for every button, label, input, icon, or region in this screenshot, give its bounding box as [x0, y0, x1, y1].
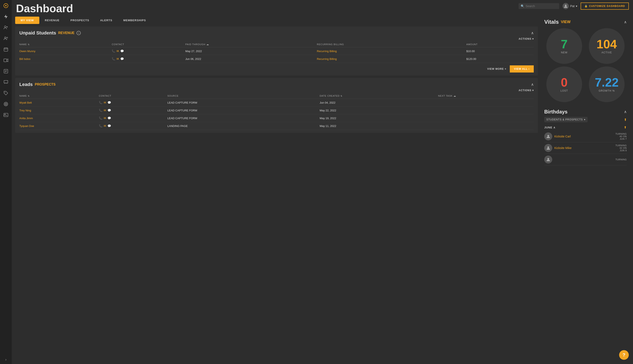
table-footer: VIEW MORE + VIEW ALL ›	[19, 65, 534, 72]
collapse-birthdays-icon[interactable]: ∧	[624, 110, 627, 114]
month-export-icon[interactable]: ⬆	[624, 126, 627, 129]
lead-name-link[interactable]: Tyquan Doe	[19, 124, 34, 128]
help-button[interactable]: ?	[619, 350, 629, 360]
birthdays-title: Birthdays	[544, 109, 567, 115]
tab-revenue[interactable]: REVENUE	[39, 16, 65, 24]
avatar	[544, 132, 552, 140]
view-all-button[interactable]: VIEW ALL ›	[510, 65, 534, 72]
vital-circle-new: 7 NEW	[546, 28, 582, 64]
table-row: Tyquan Doe 📞✉💬 LANDING PAGE May 11, 2022	[19, 122, 534, 130]
vital-lost-label: LOST	[560, 89, 568, 92]
lead-name-link[interactable]: Anita Jimm	[19, 117, 33, 120]
col-name: NAME ⇅	[19, 42, 112, 47]
search-box[interactable]: 🔍	[519, 3, 559, 9]
leads-card: Leads PROSPECTS ∧ ACTIONS ▾ NAME ⇅	[15, 78, 538, 133]
tag-icon[interactable]	[3, 90, 9, 96]
col-paid-through: PAID THROUGH ☁	[185, 42, 317, 47]
unpaid-students-title: Unpaid Students REVENUE i	[19, 30, 81, 36]
sms-icon[interactable]: 💬	[120, 57, 124, 60]
unpaid-students-table: NAME ⇅ CONTACT PAID THROUGH ☁ RECURRING …	[19, 42, 534, 63]
student-name-link[interactable]: Bill Isdoo	[19, 57, 31, 60]
lead-name-link[interactable]: Trey Ning	[19, 109, 31, 112]
checklist-icon[interactable]	[3, 68, 9, 74]
birthday-row: TURNING	[544, 154, 627, 166]
users-icon[interactable]	[3, 35, 9, 42]
calendar-icon[interactable]	[3, 46, 9, 52]
vital-growth-label: GROWTH %	[599, 89, 615, 92]
collapse-vitals-icon[interactable]: ∧	[624, 20, 627, 24]
email-icon[interactable]: ✉	[104, 116, 106, 120]
email-icon[interactable]: ✉	[117, 57, 119, 60]
info-icon[interactable]: i	[77, 31, 81, 35]
tab-memberships[interactable]: MEMBERSHIPS	[118, 16, 151, 24]
tab-alerts[interactable]: ALERTS	[95, 16, 118, 24]
student-name-link[interactable]: Owen Munny	[19, 50, 36, 53]
sms-icon[interactable]: 💬	[120, 50, 124, 53]
sms-icon[interactable]: 💬	[108, 109, 111, 112]
contact-icons: 📞✉💬	[99, 124, 166, 128]
vital-growth-value: 7.22	[595, 76, 619, 88]
source: LEAD CAPTURE FORM	[167, 99, 320, 106]
vitals-grid: 7 NEW 104 ACTIVE 0 LOST	[544, 28, 627, 102]
source: LEAD CAPTURE FORM	[167, 114, 320, 122]
user-dropdown-icon: ▾	[576, 4, 577, 8]
leads-header: Leads PROSPECTS ∧	[19, 82, 534, 87]
bolt-icon[interactable]	[3, 14, 9, 20]
leads-title: Leads PROSPECTS	[19, 82, 56, 87]
search-input[interactable]	[525, 4, 557, 8]
view-more-button[interactable]: VIEW MORE +	[487, 68, 506, 70]
email-icon[interactable]: ✉	[104, 109, 106, 112]
svg-point-25	[547, 146, 549, 148]
user-badge[interactable]: Pat ▾	[562, 3, 577, 9]
collapse-leads-icon[interactable]: ∧	[531, 82, 534, 87]
sidebar-expand-btn[interactable]: ›	[5, 358, 6, 362]
unpaid-actions-button[interactable]: ACTIONS ▾	[519, 38, 534, 40]
email-icon[interactable]: ✉	[117, 50, 119, 53]
phone-icon[interactable]: 📞	[112, 57, 115, 60]
birthday-info: TURNING40 ONJUN 7	[615, 132, 627, 140]
leads-table: NAME ⇅ CONTACT SOURCE DATE CREATED ⇅ NEX…	[19, 93, 534, 130]
message-icon[interactable]	[3, 79, 9, 85]
phone-icon[interactable]: 📞	[99, 101, 103, 104]
dashboard-icon[interactable]	[3, 2, 9, 9]
add-user-icon[interactable]	[3, 24, 9, 31]
export-icon[interactable]: ⬆	[624, 118, 627, 122]
avatar	[562, 3, 569, 9]
actions-chevron-icon: ▾	[532, 38, 534, 40]
collapse-unpaid-icon[interactable]: ∧	[531, 31, 534, 35]
video-icon[interactable]	[3, 57, 9, 64]
customize-dashboard-button[interactable]: 🔒 CUSTOMIZE DASHBOARD	[581, 2, 629, 10]
svg-marker-2	[4, 14, 8, 19]
vitals-view-link[interactable]: VIEW	[561, 20, 570, 24]
col-amount: AMOUNT	[466, 42, 534, 47]
body-layout: MY VIEW REVENUE PROSPECTS ALERTS MEMBERS…	[12, 14, 633, 364]
amount: $10.00	[466, 47, 534, 55]
vitals-card: Vitals VIEW ∧ 7 NEW 104	[541, 16, 630, 104]
birthday-person-link[interactable]: Kicksite Carl	[554, 135, 613, 138]
media-icon[interactable]	[3, 112, 9, 118]
billing-link[interactable]: Recurring Billing	[317, 57, 337, 60]
phone-icon[interactable]: 📞	[99, 124, 103, 128]
table-row: Anita Jimm 📞✉💬 LEAD CAPTURE FORM May 19,…	[19, 114, 534, 122]
birthday-person-link[interactable]: Kicksite Mike	[554, 146, 613, 150]
phone-icon[interactable]: 📞	[99, 116, 103, 120]
tab-my-view[interactable]: MY VIEW	[15, 16, 39, 24]
search-icon: 🔍	[521, 4, 524, 8]
leads-actions-button[interactable]: ACTIONS ▾	[519, 89, 534, 92]
birthdays-header: Birthdays ∧	[544, 109, 627, 115]
vital-active-label: ACTIVE	[601, 51, 612, 54]
sms-icon[interactable]: 💬	[108, 116, 111, 120]
table-row: Bill Isdoo 📞 ✉ 💬 Jun 06, 2022 Recurring …	[19, 55, 534, 63]
sms-icon[interactable]: 💬	[108, 101, 111, 104]
birthdays-filter-dropdown[interactable]: STUDENTS & PROSPECTS ▾	[544, 117, 587, 122]
sms-icon[interactable]: 💬	[108, 124, 111, 128]
left-panel: MY VIEW REVENUE PROSPECTS ALERTS MEMBERS…	[15, 16, 538, 362]
email-icon[interactable]: ✉	[104, 101, 106, 104]
billing-link[interactable]: Recurring Billing	[317, 50, 337, 53]
email-icon[interactable]: ✉	[104, 124, 106, 128]
phone-icon[interactable]: 📞	[99, 109, 103, 112]
lead-name-link[interactable]: Wyatt Belt	[19, 101, 32, 104]
target-icon[interactable]	[3, 101, 9, 107]
phone-icon[interactable]: 📞	[112, 50, 115, 53]
tab-prospects[interactable]: PROSPECTS	[65, 16, 95, 24]
